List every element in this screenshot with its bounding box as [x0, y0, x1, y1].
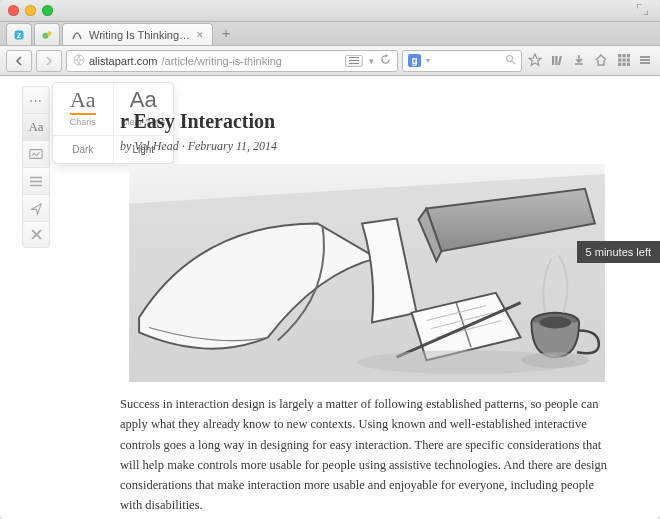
reader-typography-button[interactable]: Aa [22, 113, 50, 140]
font-option-charis[interactable]: Aa Charis [53, 83, 113, 135]
forward-button[interactable] [36, 50, 62, 72]
font-sample: Aa [114, 89, 174, 111]
svg-rect-7 [552, 56, 554, 65]
window-minimize-button[interactable] [25, 5, 36, 16]
close-tab-icon[interactable]: ✕ [196, 30, 204, 40]
pinned-tab-2[interactable] [34, 23, 60, 45]
svg-rect-16 [618, 63, 621, 66]
article-title: r Easy Interaction [120, 110, 614, 133]
svg-rect-14 [622, 58, 625, 61]
svg-rect-11 [622, 54, 625, 57]
svg-rect-17 [622, 63, 625, 66]
reading-time-badge: 5 minutes left [577, 241, 660, 263]
article: r Easy Interaction by Val Head · Februar… [120, 110, 614, 516]
svg-rect-22 [30, 150, 42, 159]
article-byline: by Val Head · February 11, 2014 [120, 139, 614, 154]
window-zoom-button[interactable] [42, 5, 53, 16]
bookmark-star-icon[interactable] [526, 53, 544, 69]
address-bar[interactable]: alistapart.com/article/writing-is-thinki… [66, 50, 398, 72]
page-viewport: ⋯ Aa Aa Charis Aa Clear Sans [0, 76, 660, 519]
reader-close-button[interactable] [22, 221, 50, 248]
selection-underline [70, 113, 96, 115]
font-sample: Aa [53, 89, 113, 111]
reading-time-text: 5 minutes left [586, 246, 651, 258]
downloads-icon[interactable] [570, 53, 588, 69]
svg-point-36 [522, 352, 589, 368]
menu-icon[interactable] [636, 53, 654, 69]
svg-rect-18 [626, 63, 629, 66]
theme-label: Dark [72, 144, 93, 155]
search-provider-icon: g [408, 54, 421, 67]
back-button[interactable] [6, 50, 32, 72]
browser-tabs: Z Writing Is Thinking… ✕ + [0, 22, 660, 46]
library-icon[interactable] [548, 53, 566, 69]
url-host: alistapart.com [89, 55, 157, 67]
theme-option-dark[interactable]: Dark [53, 136, 113, 163]
svg-rect-10 [618, 54, 621, 57]
site-identity-icon [73, 54, 85, 68]
browser-toolbar: alistapart.com/article/writing-is-thinki… [0, 46, 660, 76]
window-close-button[interactable] [8, 5, 19, 16]
svg-point-34 [539, 317, 571, 329]
window-traffic-lights [8, 5, 53, 16]
apps-grid-icon[interactable] [614, 53, 632, 68]
svg-point-5 [507, 56, 513, 62]
article-illustration [120, 164, 614, 382]
reader-mode-icon[interactable] [345, 55, 363, 67]
search-icon[interactable] [505, 54, 516, 67]
reader-toc-button[interactable] [22, 167, 50, 194]
pinned-tab-1[interactable]: Z [6, 23, 32, 45]
tab-title: Writing Is Thinking… [89, 29, 190, 41]
active-tab[interactable]: Writing Is Thinking… ✕ [62, 23, 213, 45]
dropdown-icon[interactable]: ▾ [369, 56, 374, 66]
search-dropdown-icon[interactable]: ▾ [426, 56, 430, 65]
search-box[interactable]: g ▾ [402, 50, 522, 72]
svg-rect-12 [626, 54, 629, 57]
reader-save-button[interactable] [22, 140, 50, 167]
reader-share-button[interactable] [22, 194, 50, 221]
font-name-label: Charis [53, 117, 113, 127]
svg-point-3 [47, 31, 52, 36]
site-favicon-icon [71, 29, 83, 41]
new-tab-button[interactable]: + [217, 25, 235, 43]
reader-more-button[interactable]: ⋯ [22, 86, 50, 113]
svg-rect-8 [555, 56, 557, 65]
reload-icon[interactable] [380, 54, 391, 67]
svg-rect-13 [618, 58, 621, 61]
fullscreen-icon[interactable] [633, 3, 652, 18]
svg-rect-15 [626, 58, 629, 61]
svg-line-6 [512, 61, 515, 64]
article-paragraph: Success in interaction design is largely… [120, 394, 614, 516]
svg-text:Z: Z [17, 32, 21, 39]
reader-toolbar: ⋯ Aa [22, 86, 50, 248]
window-titlebar [0, 0, 660, 22]
url-path: /article/writing-is-thinking [161, 55, 281, 67]
home-icon[interactable] [592, 53, 610, 69]
svg-rect-9 [558, 55, 562, 64]
